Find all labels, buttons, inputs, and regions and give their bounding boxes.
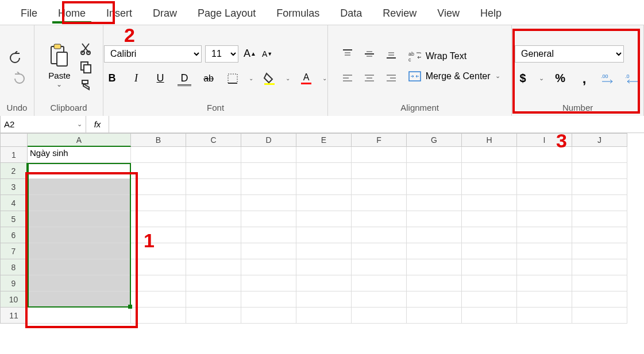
cell-B5[interactable] bbox=[131, 211, 186, 227]
cell-F5[interactable] bbox=[352, 211, 407, 227]
cell-E10[interactable] bbox=[296, 291, 352, 308]
row-header-8[interactable]: 8 bbox=[0, 259, 28, 275]
cell-J6[interactable] bbox=[572, 227, 627, 243]
borders-chevron-icon[interactable]: ⌄ bbox=[249, 75, 253, 81]
cell-J11[interactable] bbox=[572, 308, 627, 324]
cell-H4[interactable] bbox=[462, 195, 517, 211]
cell-J8[interactable] bbox=[572, 259, 627, 275]
cell-G8[interactable] bbox=[407, 259, 462, 275]
increase-decimal-icon[interactable]: .00 bbox=[600, 71, 616, 87]
cell-H5[interactable] bbox=[462, 211, 517, 227]
cell-B2[interactable] bbox=[131, 163, 186, 179]
cell-I2[interactable] bbox=[517, 163, 572, 179]
cell-H2[interactable] bbox=[462, 163, 517, 179]
cell-D10[interactable] bbox=[241, 291, 296, 308]
cell-E2[interactable] bbox=[296, 163, 352, 179]
cell-G1[interactable] bbox=[407, 147, 462, 163]
underline-button[interactable]: U bbox=[152, 71, 168, 87]
tab-draw[interactable]: Draw bbox=[142, 2, 187, 23]
tab-help[interactable]: Help bbox=[470, 2, 512, 23]
col-header-J[interactable]: J bbox=[572, 133, 627, 147]
cell-B7[interactable] bbox=[131, 243, 186, 259]
cell-B1[interactable] bbox=[131, 147, 186, 163]
tab-insert[interactable]: Insert bbox=[96, 2, 142, 23]
cell-F3[interactable] bbox=[352, 179, 407, 195]
cell-G3[interactable] bbox=[407, 179, 462, 195]
cell-C11[interactable] bbox=[186, 308, 241, 324]
cell-I6[interactable] bbox=[517, 227, 572, 243]
cell-C1[interactable] bbox=[186, 147, 241, 163]
italic-button[interactable]: I bbox=[128, 71, 144, 87]
format-painter-icon[interactable] bbox=[80, 79, 92, 92]
fx-icon[interactable]: fx bbox=[86, 116, 109, 133]
tab-review[interactable]: Review bbox=[372, 2, 427, 23]
cell-E9[interactable] bbox=[296, 275, 352, 291]
cell-A3[interactable] bbox=[28, 179, 131, 195]
font-color-chevron-icon[interactable]: ⌄ bbox=[322, 75, 327, 81]
cell-E4[interactable] bbox=[296, 195, 352, 211]
cell-E7[interactable] bbox=[296, 243, 352, 259]
cell-A9[interactable] bbox=[28, 275, 131, 291]
cell-J1[interactable] bbox=[572, 147, 627, 163]
row-header-2[interactable]: 2 bbox=[0, 163, 28, 179]
cell-H9[interactable] bbox=[462, 275, 517, 291]
name-box-chevron-icon[interactable]: ⌄ bbox=[77, 120, 82, 128]
cell-C2[interactable] bbox=[186, 163, 241, 179]
cell-C3[interactable] bbox=[186, 179, 241, 195]
cell-B6[interactable] bbox=[131, 227, 186, 243]
cell-F1[interactable] bbox=[352, 147, 407, 163]
wrap-text-button[interactable]: abc Wrap Text bbox=[408, 50, 500, 62]
cell-D9[interactable] bbox=[241, 275, 296, 291]
cell-E1[interactable] bbox=[296, 147, 352, 163]
cell-I11[interactable] bbox=[517, 308, 572, 324]
tab-view[interactable]: View bbox=[427, 2, 470, 23]
col-header-A[interactable]: A bbox=[28, 133, 131, 147]
paste-chevron-icon[interactable]: ⌄ bbox=[56, 80, 62, 88]
cell-B4[interactable] bbox=[131, 195, 186, 211]
cell-I8[interactable] bbox=[517, 259, 572, 275]
cell-A6[interactable] bbox=[28, 227, 131, 243]
cell-D7[interactable] bbox=[241, 243, 296, 259]
borders-icon[interactable] bbox=[225, 71, 241, 87]
cell-F8[interactable] bbox=[352, 259, 407, 275]
cell-I5[interactable] bbox=[517, 211, 572, 227]
name-box[interactable]: A2 ⌄ bbox=[0, 116, 86, 133]
cell-H8[interactable] bbox=[462, 259, 517, 275]
cell-C4[interactable] bbox=[186, 195, 241, 211]
fill-chevron-icon[interactable]: ⌄ bbox=[286, 75, 290, 81]
tab-formulas[interactable]: Formulas bbox=[266, 2, 330, 23]
cell-D3[interactable] bbox=[241, 179, 296, 195]
tab-file[interactable]: File bbox=[10, 2, 48, 23]
cell-F4[interactable] bbox=[352, 195, 407, 211]
align-middle-icon[interactable] bbox=[361, 46, 377, 62]
cell-J5[interactable] bbox=[572, 211, 627, 227]
decrease-font-icon[interactable]: A▼ bbox=[259, 46, 275, 62]
font-color-icon[interactable]: A bbox=[298, 71, 314, 87]
paste-button[interactable]: Paste ⌄ bbox=[45, 43, 74, 88]
cell-D11[interactable] bbox=[241, 308, 296, 324]
tab-data[interactable]: Data bbox=[330, 2, 372, 23]
cell-A2[interactable] bbox=[28, 163, 131, 179]
cell-E11[interactable] bbox=[296, 308, 352, 324]
align-right-icon[interactable] bbox=[383, 70, 399, 86]
cell-I7[interactable] bbox=[517, 243, 572, 259]
col-header-F[interactable]: F bbox=[352, 133, 407, 147]
align-left-icon[interactable] bbox=[340, 70, 356, 86]
cell-G7[interactable] bbox=[407, 243, 462, 259]
row-header-10[interactable]: 10 bbox=[0, 291, 28, 308]
font-size-select[interactable]: 11 bbox=[205, 45, 238, 63]
cell-G10[interactable] bbox=[407, 291, 462, 308]
cell-C8[interactable] bbox=[186, 259, 241, 275]
merge-center-button[interactable]: Merge & Center ⌄ bbox=[408, 71, 500, 81]
cell-A7[interactable] bbox=[28, 243, 131, 259]
cell-F9[interactable] bbox=[352, 275, 407, 291]
redo-icon[interactable] bbox=[9, 72, 25, 84]
tab-page-layout[interactable]: Page Layout bbox=[187, 2, 266, 23]
row-header-7[interactable]: 7 bbox=[0, 243, 28, 259]
cell-F10[interactable] bbox=[352, 291, 407, 308]
cell-I10[interactable] bbox=[517, 291, 572, 308]
row-header-11[interactable]: 11 bbox=[0, 308, 28, 324]
merge-chevron-icon[interactable]: ⌄ bbox=[495, 72, 500, 80]
double-underline-button[interactable]: D bbox=[176, 71, 192, 87]
cell-D2[interactable] bbox=[241, 163, 296, 179]
